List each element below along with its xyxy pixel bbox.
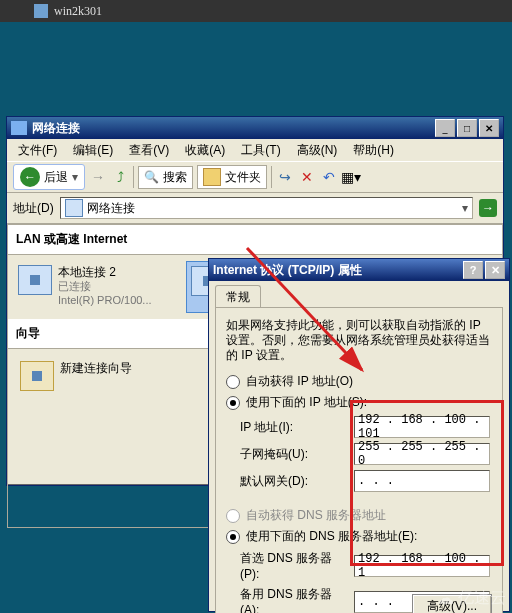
input-ip[interactable]: 192 . 168 . 100 . 101 <box>354 416 490 438</box>
input-gateway[interactable]: . . . <box>354 470 490 492</box>
radio-label: 自动获得 DNS 服务器地址 <box>246 507 386 524</box>
addressbar: 地址(D) 网络连接 ▾ → <box>7 193 503 224</box>
connection-item-1[interactable]: 本地连接 2 已连接 Intel(R) PRO/100... <box>14 261 156 313</box>
vm-title: win2k301 <box>54 4 102 19</box>
menu-advanced[interactable]: 高级(N) <box>290 139 345 162</box>
dialog-titlebar[interactable]: Internet 协议 (TCP/IP) 属性 ? ✕ <box>209 259 509 281</box>
connection-name: 本地连接 2 <box>58 265 152 279</box>
radio-auto-ip[interactable]: 自动获得 IP 地址(O) <box>226 373 492 390</box>
window-title: 网络连接 <box>32 120 80 137</box>
menu-favorites[interactable]: 收藏(A) <box>178 139 232 162</box>
connection-device: Intel(R) PRO/100... <box>58 293 152 307</box>
connection-status: 已连接 <box>58 279 152 293</box>
close-button[interactable]: ✕ <box>485 261 505 279</box>
radio-manual-ip[interactable]: 使用下面的 IP 地址(S): <box>226 394 492 411</box>
radio-icon <box>226 509 240 523</box>
menu-help[interactable]: 帮助(H) <box>346 139 401 162</box>
address-value: 网络连接 <box>87 200 135 217</box>
folders-icon <box>203 168 221 186</box>
label-gateway: 默认网关(D): <box>240 473 348 490</box>
wizard-icon <box>20 361 54 391</box>
address-label: 地址(D) <box>13 200 54 217</box>
radio-icon <box>226 530 240 544</box>
minimize-button[interactable]: _ <box>435 119 455 137</box>
address-input[interactable]: 网络连接 ▾ <box>60 197 473 219</box>
maximize-button[interactable]: □ <box>457 119 477 137</box>
delete-icon[interactable]: ✕ <box>298 168 316 186</box>
address-dropdown-icon[interactable]: ▾ <box>462 201 468 215</box>
radio-label: 使用下面的 DNS 服务器地址(E): <box>246 528 417 545</box>
general-tab-body: 如果网络支持此功能，则可以获取自动指派的 IP 设置。否则，您需要从网络系统管理… <box>215 307 503 613</box>
back-label: 后退 <box>44 169 68 186</box>
label-ip: IP 地址(I): <box>240 419 348 436</box>
label-dns2: 备用 DNS 服务器(A): <box>240 586 348 613</box>
menubar: 文件(F) 编辑(E) 查看(V) 收藏(A) 工具(T) 高级(N) 帮助(H… <box>7 139 503 161</box>
menu-view[interactable]: 查看(V) <box>122 139 176 162</box>
forward-mail-icon[interactable]: ↪ <box>276 168 294 186</box>
app-icon <box>11 121 27 135</box>
label-mask: 子网掩码(U): <box>240 446 348 463</box>
menu-file[interactable]: 文件(F) <box>11 139 64 162</box>
folders-button[interactable]: 文件夹 <box>197 165 267 189</box>
views-button[interactable]: ▦▾ <box>342 168 360 186</box>
up-button[interactable]: ⤴ <box>111 168 129 186</box>
radio-auto-dns: 自动获得 DNS 服务器地址 <box>226 507 492 524</box>
radio-label: 自动获得 IP 地址(O) <box>246 373 353 390</box>
cloud-icon: ☁ <box>436 587 454 609</box>
close-button[interactable]: ✕ <box>479 119 499 137</box>
input-dns1[interactable]: 192 . 168 . 100 . 1 <box>354 555 490 577</box>
watermark: ☁ 亿速云 <box>436 587 506 609</box>
menu-tools[interactable]: 工具(T) <box>234 139 287 162</box>
address-icon <box>65 199 83 217</box>
search-label: 搜索 <box>163 169 187 186</box>
section-header-lan: LAN 或高速 Internet <box>8 225 502 255</box>
network-adapter-icon <box>18 265 52 295</box>
vm-icon <box>34 4 48 18</box>
search-icon: 🔍 <box>144 170 159 184</box>
radio-label: 使用下面的 IP 地址(S): <box>246 394 367 411</box>
wizard-label: 新建连接向导 <box>60 361 132 375</box>
radio-icon <box>226 375 240 389</box>
back-button[interactable]: ← 后退 ▾ <box>13 164 85 190</box>
undo-icon[interactable]: ↶ <box>320 168 338 186</box>
radio-manual-dns[interactable]: 使用下面的 DNS 服务器地址(E): <box>226 528 492 545</box>
back-dropdown-icon[interactable]: ▾ <box>72 170 78 184</box>
radio-icon <box>226 396 240 410</box>
titlebar[interactable]: 网络连接 _ □ ✕ <box>7 117 503 139</box>
label-dns1: 首选 DNS 服务器(P): <box>240 550 348 581</box>
vm-titlebar: win2k301 <box>0 0 512 22</box>
go-button[interactable]: → <box>479 199 497 217</box>
search-button[interactable]: 🔍 搜索 <box>138 166 193 189</box>
watermark-text: 亿速云 <box>458 588 506 609</box>
forward-button[interactable]: → <box>89 168 107 186</box>
menu-edit[interactable]: 编辑(E) <box>66 139 120 162</box>
tab-general[interactable]: 常规 <box>215 285 261 309</box>
toolbar: ← 后退 ▾ → ⤴ 🔍 搜索 文件夹 ↪ ✕ ↶ ▦▾ <box>7 161 503 193</box>
help-button[interactable]: ? <box>463 261 483 279</box>
folders-label: 文件夹 <box>225 169 261 186</box>
description-text: 如果网络支持此功能，则可以获取自动指派的 IP 设置。否则，您需要从网络系统管理… <box>226 318 492 363</box>
input-mask[interactable]: 255 . 255 . 255 . 0 <box>354 443 490 465</box>
back-arrow-icon: ← <box>20 167 40 187</box>
tcpip-properties-dialog: Internet 协议 (TCP/IP) 属性 ? ✕ 常规 如果网络支持此功能… <box>208 258 510 612</box>
dialog-title: Internet 协议 (TCP/IP) 属性 <box>213 262 362 279</box>
